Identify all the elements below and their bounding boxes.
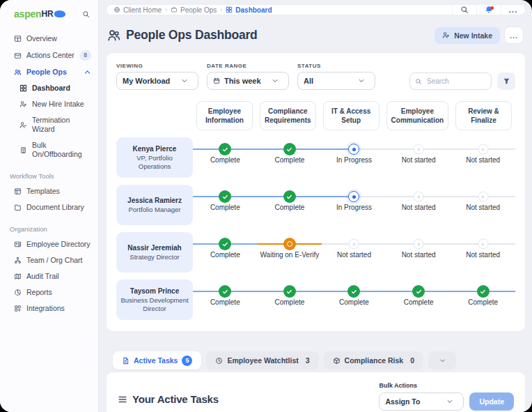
sidebar-subitem-dashboard[interactable]: Dashboard <box>0 80 98 96</box>
templates-icon <box>14 188 22 195</box>
date-range-select[interactable]: This week <box>207 72 289 90</box>
employee-card-nassir-jeremiah[interactable]: Nassir JeremiahStrategy Director <box>116 232 193 273</box>
sidebar-item-people-ops[interactable]: People Ops <box>0 64 98 80</box>
sidebar-item-employee-directory[interactable]: Employee Directory <box>0 236 98 252</box>
pipeline-step[interactable]: Complete <box>193 232 258 273</box>
breadcrumb-client-home[interactable]: Client Home <box>114 6 162 14</box>
pipeline-rows: Kenya PierceVP, Portfolio OperationsComp… <box>116 137 515 320</box>
chevron-down-icon <box>358 77 365 84</box>
chevron-up-icon <box>84 68 91 76</box>
pipeline-step[interactable]: In Progress <box>322 137 386 178</box>
breadcrumb-people-ops[interactable]: People Ops <box>171 6 217 14</box>
tab-badge: 5 <box>182 356 192 366</box>
new-intake-button[interactable]: New Intake <box>435 27 500 44</box>
sidebar-subitem-label: Dashboard <box>32 84 70 93</box>
integrations-icon <box>14 305 22 312</box>
step-status-label: Not started <box>451 251 515 259</box>
sidebar-item-team-org-chart[interactable]: Team / Org Chart <box>0 252 98 268</box>
step-status-label: Waiting on E-Verify <box>258 251 322 259</box>
person-minus-icon <box>19 121 27 129</box>
viewing-select[interactable]: My Workload <box>116 72 198 90</box>
stage-header-4[interactable]: Employee Communication <box>386 101 449 130</box>
dashboard-icon <box>226 6 233 13</box>
whale-logo-icon <box>54 10 65 17</box>
notifications-button[interactable] <box>476 5 501 15</box>
tab-active-tasks[interactable]: Active Tasks5 <box>113 351 201 369</box>
sidebar-item-templates[interactable]: Templates <box>0 183 98 199</box>
tab-compliance-risk[interactable]: Compliance Risk0 <box>324 351 423 369</box>
sidebar-item-actions-center[interactable]: Actions Center8 <box>0 47 98 64</box>
pipeline-step[interactable]: Complete <box>193 137 258 178</box>
brand-logo[interactable]: aspen HR <box>0 8 98 20</box>
pipeline-step[interactable]: Complete <box>258 137 322 178</box>
sidebar-item-label: Team / Org Chart <box>26 256 83 265</box>
tab-label: Compliance Risk <box>345 356 404 365</box>
pipeline-panel: VIEWING My Workload DATE RANGE This week <box>106 52 526 332</box>
update-button[interactable]: Update <box>469 392 514 411</box>
sidebar-item-label: Audit Trail <box>26 272 59 281</box>
sidebar-search-icon[interactable] <box>82 10 90 18</box>
pipeline-step[interactable]: Complete <box>451 280 515 320</box>
pipeline-step[interactable]: Complete <box>193 185 258 225</box>
stage-header-1[interactable]: Employee Information <box>196 101 253 130</box>
sidebar-subitem-termination-wizard[interactable]: Termination Wizard <box>0 112 98 137</box>
filter-button[interactable] <box>497 73 515 90</box>
pipeline-step[interactable]: Complete <box>193 280 258 320</box>
sidebar-item-integrations[interactable]: Integrations <box>0 300 98 316</box>
chevron-down-icon <box>446 398 453 405</box>
sidebar-section-title: Organization <box>0 215 98 236</box>
assign-to-select[interactable]: Assign To <box>379 392 464 411</box>
tab-count: 3 <box>306 356 310 365</box>
pipeline-step[interactable]: Complete <box>258 185 322 225</box>
stage-header-5[interactable]: Review & Finalize <box>455 101 512 130</box>
pipeline-step[interactable]: Not started <box>451 185 515 225</box>
not-started-icon <box>478 144 488 155</box>
sidebar-subitem-new-hire-intake[interactable]: New Hire Intake <box>0 96 98 112</box>
complete-check-icon <box>477 285 490 298</box>
tab-employee-watchtlist[interactable]: Employee Watchtlist3 <box>206 351 318 369</box>
employee-title: Business Development Director <box>120 296 189 312</box>
status-value: All <box>304 77 313 85</box>
global-search-button[interactable] <box>452 5 476 15</box>
employee-card-taysom-prince[interactable]: Taysom PrinceBusiness Development Direct… <box>116 280 193 320</box>
topbar-more-button[interactable]: ... <box>501 5 525 15</box>
header-more-button[interactable]: ... <box>504 26 524 44</box>
search-input[interactable] <box>425 77 486 86</box>
topbar-actions: ... <box>452 5 525 15</box>
sidebar-nav: OverviewActions Center8People OpsDashboa… <box>0 31 98 316</box>
pipeline-step[interactable]: Waiting on E-Verify <box>258 232 322 273</box>
viewing-label: VIEWING <box>116 63 198 69</box>
pipeline-step[interactable]: Not started <box>451 232 515 273</box>
sidebar-item-reports[interactable]: Reports <box>0 284 98 300</box>
pipeline-step[interactable]: Complete <box>386 280 451 320</box>
bulk-actions-label: Bulk Actions <box>379 382 514 389</box>
breadcrumb-dashboard[interactable]: Dashboard <box>226 6 272 14</box>
sidebar-item-audit-trail[interactable]: Audit Trail <box>0 268 98 284</box>
pipeline-step[interactable]: Not started <box>386 232 451 273</box>
badge: 8 <box>79 50 91 61</box>
complete-check-icon <box>283 190 296 203</box>
pipeline-step[interactable]: Complete <box>258 280 322 320</box>
step-status-label: In Progress <box>322 156 386 164</box>
stage-header-2[interactable]: Compliance Requirements <box>260 101 316 130</box>
pipeline-step[interactable]: Not started <box>386 137 451 178</box>
tabs-collapse-button[interactable] <box>428 351 456 369</box>
filters-bar: VIEWING My Workload DATE RANGE This week <box>116 63 515 90</box>
sidebar-item-label: Employee Directory <box>26 240 91 249</box>
pipeline-step[interactable]: Not started <box>322 232 386 273</box>
employee-card-kenya-pierce[interactable]: Kenya PierceVP, Portfolio Operations <box>116 137 193 178</box>
employee-card-jessica-ramierz[interactable]: Jessica RamierzPortfolio Manager <box>116 185 193 225</box>
breadcrumb-label: Dashboard <box>235 6 272 14</box>
pipeline-step[interactable]: Not started <box>386 185 451 225</box>
search-icon <box>415 78 422 85</box>
status-select[interactable]: All <box>297 72 375 90</box>
pipeline-step[interactable]: Complete <box>322 280 386 320</box>
stage-header-3[interactable]: IT & Access Setup <box>323 101 380 130</box>
step-status-label: Complete <box>386 298 451 306</box>
pie-chart-icon <box>14 289 22 296</box>
sidebar-subitem-bulk-on-offboarding[interactable]: Bulk On/Offboarding <box>0 137 98 162</box>
sidebar-item-document-library[interactable]: Document Library <box>0 199 98 215</box>
pipeline-step[interactable]: In Progress <box>322 185 386 225</box>
sidebar-item-overview[interactable]: Overview <box>0 31 98 47</box>
pipeline-step[interactable]: Not started <box>451 137 515 178</box>
